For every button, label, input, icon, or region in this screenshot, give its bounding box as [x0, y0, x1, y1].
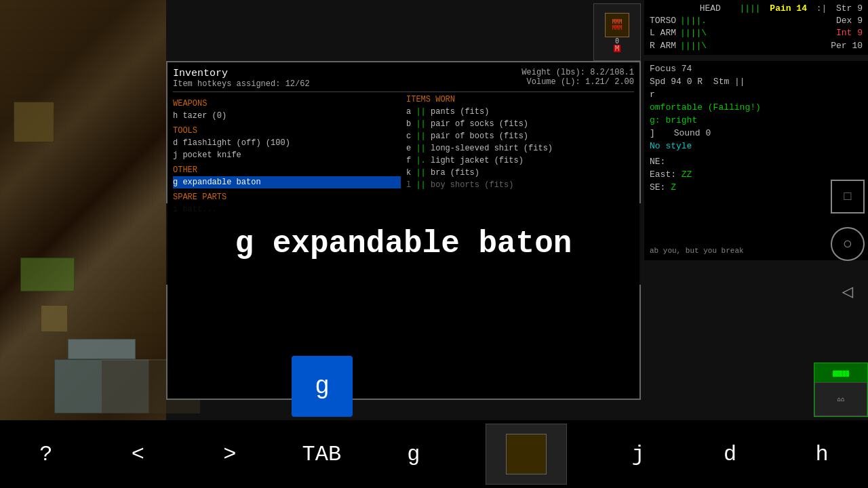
- other-header: OTHER: [173, 165, 401, 175]
- worn-key-l: l: [406, 180, 416, 190]
- right-label: >: [223, 442, 236, 467]
- toolbar-btn-tab[interactable]: TAB: [301, 442, 342, 467]
- sound-value: Sound 0: [674, 128, 711, 138]
- bottom-toolbar: ? < > TAB g j d h: [0, 420, 868, 488]
- tools-header: TOOLS: [173, 126, 401, 136]
- worn-boots[interactable]: c || pair of boots (fits): [406, 130, 634, 142]
- worn-bar-c: ||: [416, 131, 425, 141]
- worn-jacket[interactable]: f |. light jacket (fits): [406, 155, 634, 167]
- nav-buttons: □ ○ ◁: [831, 180, 865, 308]
- se-value: Z: [671, 182, 676, 192]
- spare-parts-header: SPARE PARTS: [173, 192, 401, 202]
- worn-pants[interactable]: a || pants (fits): [406, 106, 634, 118]
- item-key-j: j: [173, 150, 182, 160]
- toolbar-btn-left[interactable]: <: [117, 442, 158, 467]
- str-stat: Str 9: [836, 3, 863, 15]
- item-expandable-baton[interactable]: g expandable baton: [173, 176, 401, 188]
- toolbar-btn-g[interactable]: g: [393, 442, 434, 467]
- focus-value: ocus 74: [655, 64, 692, 74]
- worn-name-shirt: long-sleeved shirt (fits): [426, 144, 553, 153]
- inventory-right-col: ITEMS WORN a || pants (fits) b || pair o…: [406, 95, 634, 216]
- j-label: j: [631, 442, 644, 467]
- item-key-h: h: [173, 111, 182, 121]
- tab-label: TAB: [302, 442, 342, 467]
- worn-key-k: k: [406, 168, 416, 178]
- item-flashlight[interactable]: d flashlight (off) (100): [173, 137, 401, 149]
- toolbar-btn-j[interactable]: j: [618, 442, 658, 467]
- inventory-header: Inventory Item hotkeys assigned: 12/62 W…: [173, 68, 634, 92]
- pain-display: Pain 14: [770, 3, 807, 15]
- left-label: <: [132, 442, 144, 467]
- torso-label: TORSO: [650, 15, 680, 27]
- inventory-title: Inventory: [173, 68, 310, 79]
- worn-bar-f: |.: [416, 156, 425, 165]
- worn-name-socks: pair of socks (fits): [426, 119, 528, 129]
- worn-name-pants: pants (fits): [426, 107, 490, 117]
- item-tazer[interactable]: h tazer (0): [173, 110, 401, 122]
- worn-socks[interactable]: b || pair of socks (fits): [406, 118, 634, 130]
- focus-label: F: [650, 64, 655, 74]
- triangle-icon: ◁: [842, 280, 854, 303]
- morale-text: omfortable (Falling!): [650, 102, 761, 113]
- weight-value: 8.2/108.1: [590, 68, 634, 77]
- worn-name-bra: bra (fits): [426, 168, 479, 178]
- big-item-display: g expandable baton: [166, 203, 641, 285]
- key-g-label: g: [315, 373, 330, 401]
- se-label: SE:: [650, 182, 671, 192]
- toolbar-btn-d[interactable]: d: [710, 442, 751, 467]
- item-name-knife: pocket knife: [182, 150, 241, 160]
- east-label: East:: [650, 169, 682, 180]
- worn-bra[interactable]: k || bra (fits): [406, 167, 634, 179]
- worn-name-shorts: boy shorts (fits): [426, 180, 514, 190]
- worn-header: ITEMS WORN: [406, 95, 634, 104]
- toolbar-btn-question[interactable]: ?: [26, 442, 66, 467]
- speed-value: pd 94: [655, 77, 682, 87]
- worn-name-boots: pair of boots (fits): [426, 131, 528, 141]
- nav-triangle-button[interactable]: ◁: [831, 274, 865, 308]
- inventory-hotkeys: Item hotkeys assigned: 12/62: [173, 79, 310, 89]
- character-sprite: MMM MMM 0 M: [593, 3, 641, 61]
- item-pocket-knife[interactable]: j pocket knife: [173, 149, 401, 161]
- h-label: h: [816, 442, 829, 467]
- pain-indicator: :|: [816, 3, 827, 15]
- light-label: g: bright: [650, 115, 697, 125]
- key-g-button[interactable]: g: [292, 356, 353, 417]
- circle-icon: ○: [843, 235, 852, 253]
- worn-bar-e: ||: [416, 144, 425, 153]
- worn-key-b: b: [406, 119, 416, 129]
- rarm-bars: ||||: [680, 40, 701, 52]
- style-label: No style: [650, 141, 692, 151]
- item-name-tazer: tazer (0): [182, 111, 226, 121]
- toolbar-btn-h[interactable]: h: [802, 442, 842, 467]
- item-name-flashlight: flashlight (off) (100): [182, 138, 290, 148]
- nav-square-button[interactable]: □: [831, 180, 865, 214]
- worn-bar-b: ||: [416, 119, 425, 129]
- worn-bar-a: ||: [416, 107, 425, 117]
- worn-key-c: c: [406, 131, 416, 141]
- torso-bars: ||||.: [680, 15, 707, 27]
- speed-label: S: [650, 77, 655, 87]
- game-tiles: [0, 0, 166, 488]
- east-value: ZZ: [682, 169, 692, 180]
- minimap: ▓▓▓▓▓ ⌂⌂: [814, 363, 868, 417]
- toolbar-portrait: [486, 424, 567, 485]
- worn-key-e: e: [406, 144, 416, 153]
- worn-shorts[interactable]: l || boy shorts (fits): [406, 179, 634, 191]
- toolbar-btn-right[interactable]: >: [210, 442, 250, 467]
- item-key-d: d: [173, 138, 182, 148]
- hud-top-panel: HEAD |||| Pain 14 :| Str 9 TORSO ||||. D…: [644, 0, 868, 55]
- big-item-text: g expandable baton: [235, 226, 572, 262]
- inventory-weight: Weight (lbs): 8.2/108.1 Volume (L): 1.21…: [521, 68, 634, 89]
- nav-circle-button[interactable]: ○: [831, 227, 865, 261]
- head-label-text: HEAD: [700, 3, 730, 15]
- weapons-header: WEAPONS: [173, 99, 401, 108]
- stamina-display: Stm ||: [713, 77, 745, 87]
- worn-key-f: f: [406, 156, 416, 165]
- worn-shirt[interactable]: e || long-sleeved shirt (fits): [406, 142, 634, 155]
- volume-label: Volume (L):: [527, 77, 580, 87]
- item-name-baton: expandable baton: [182, 178, 260, 187]
- morale-prefix: r: [650, 89, 655, 100]
- speed-suffix: 0 R: [687, 77, 703, 87]
- inventory-left-col: WEAPONS h tazer (0) TOOLS d flashlight (…: [173, 95, 401, 216]
- dex-stat: Dex 9: [836, 15, 863, 27]
